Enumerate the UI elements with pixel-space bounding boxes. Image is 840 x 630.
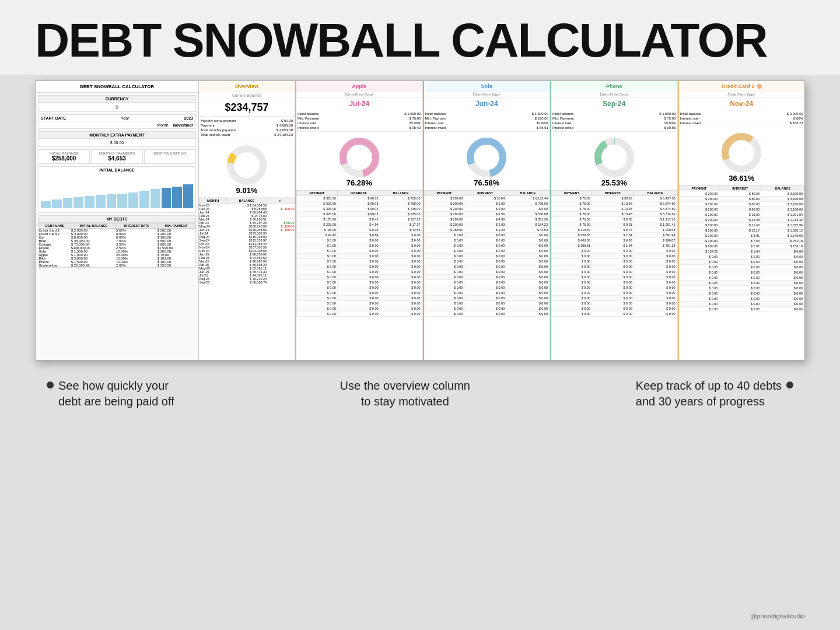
apple-donut: 76.28% [296,132,422,190]
table-row: $ 75.00$ 13.98$ 5,374.60 [552,212,677,217]
annotation-right: Keep track of up to 40 debtsand 30 years… [636,378,793,410]
bar-9 [128,192,138,208]
table-row: $ 0.00$ 0.00$ 0.00 [552,301,677,306]
extra-payment-section: MONTHLY EXTRA PAYMENT $ 50.00 [38,131,196,147]
debt-col-name: DEBT NAME [39,223,71,229]
table-row: $ 200.00$ 80.00$ 3,100.00 [679,207,804,212]
table-row: $ 0.00$ 0.00$ 0.00 [552,285,677,290]
sofa-title: Sofa [481,83,492,89]
annotation-middle: Use the overview columnto stay motivated [340,378,470,410]
apple-header: Apple [296,81,422,92]
table-row: $ 0.00$ 0.00$ 0.00 [552,312,677,317]
table-row: $ 198.51$ 1.64$ 751.18 [552,243,677,249]
sofa-donut-svg [463,134,510,181]
phone-column: Phone Debt Free Date Sep-24 Initial bala… [550,81,678,360]
sofa-th-payment: PAYMENT [424,191,464,196]
bar-13 [172,187,182,208]
table-row: $ -25.00$ 0.36$ 42.53 [297,228,422,233]
table-row: $ 0.00$ 0.00$ 0.00 [552,254,677,259]
overview-stat-row: Total monthly payment$ 4,653.00 [201,128,293,132]
table-row: $ 0.00$ 0.00$ 0.00 [297,254,422,259]
table-row: $ 75.00$ 13.98$ 5,374.60 [552,201,677,206]
table-row: $ 175.00$ 8.41$ 237.23 [297,217,422,222]
overview-table: MONTH BALANCE +/- Nov-23$ 1,04,504.55Dec… [199,198,295,284]
apple-date: Jul-24 [296,98,422,110]
annotation-left: See how quickly yourdebt are being paid … [47,378,174,410]
overview-stat-row: Total interest owed$ 24,104.23 [201,132,293,137]
phone-th-interest: INTEREST [592,191,634,196]
table-row: $ 0.00$ 0.00$ 0.00 [297,259,422,264]
cc2-header: Credit Card 2 [679,81,805,92]
table-row: $ 0.00$ 0.00$ 0.00 [552,264,677,270]
phone-table: PAYMENT INTEREST BALANCE $ 75.00$ 30.00$… [551,190,677,317]
extra-payment-label: MONTHLY EXTRA PAYMENT [38,132,195,139]
currency-section: CURRENCY $ [38,95,196,112]
table-row: $ 0.00$ 0.00$ 0.00 [552,296,677,301]
table-row: $ 200.00$ 9.90$ 9.00 [424,206,550,212]
monthly-payments-value: $4,653 [93,155,141,162]
start-date-section: START DATE Year 2023 Month November [38,114,196,129]
chart-bars-container [38,173,195,208]
table-row: $ 0.00$ 0.00$ 0.00 [424,270,550,275]
phone-donut: 25.53% [551,132,677,190]
annotations-area: See how quickly yourdebt are being paid … [0,360,840,410]
debt-col-balance: INITIAL BALANCE [71,223,116,229]
cc2-th-balance: BALANCE [761,186,804,191]
cc2-donut-pct: 36.61% [729,174,754,183]
table-row: $ 0.00$ 0.00$ 0.00 [297,285,422,290]
overview-donut-svg [223,142,270,188]
table-row: $ 157.22$ 1.04$ 0.00 [679,249,804,254]
table-row: $ 0.00$ 0.00$ 0.00 [679,265,804,270]
table-row: $ 0.00$ 0.00$ 0.00 [297,301,422,306]
table-row: $ 0.00$ 0.00$ 0.00 [424,259,550,264]
table-row: $ 325.00$ 99.03$ 735.00 [297,212,422,217]
table-row: $ 75.00$ 9.85$ 1,117.10 [552,217,677,222]
left-panel-title: DEBT SNOWBALL CALCULATOR [36,81,198,93]
overview-stats: Monthly extra payment$ 50.00Payment$ 4,6… [199,117,295,139]
year-value: 2023 [184,116,193,120]
table-row: $ 0.00$ 0.00$ 0.00 [679,307,804,312]
table-row: $ 0.00$ 0.00$ 0.00 [297,275,422,280]
cc2-indicator [757,84,762,89]
table-row: $ 0.00$ 0.00$ 0.00 [424,306,550,312]
cc2-date: Nov-24 [679,98,805,110]
table-row: $ 325.00$ 99.03$ 735.00 [297,196,422,201]
table-row: $ 0.00$ 0.00$ 0.00 [424,296,550,301]
debt-paid-box: DEBT PAID OFF ON [144,149,196,164]
apple-stats: Initial balance$ 1,000.00Min. Payment$ 7… [296,110,422,132]
table-row: $ 200.00$ 80.00$ 3,100.00 [679,202,804,207]
table-row: $ 200.00$ 11.43$ 1,525.95 [679,223,804,228]
table-row: $ 200.00$ 80.00$ 3,100.00 [679,197,804,202]
table-row: $ 0.00$ 0.00$ 0.00 [679,286,804,291]
page-background: DEBT SNOWBALL CALCULATOR DEBT SNOWBALL C… [0,0,840,630]
apple-th-interest: INTEREST [337,191,380,196]
sofa-date: Jun-24 [424,98,550,110]
table-row: $ 200.00$ 10.17$ 1,336.12 [679,228,804,233]
sofa-donut: 76.58% [424,132,550,190]
table-row: $ 43.42$ 0.89$ 0.00 [297,233,422,238]
table-row: $ 0.00$ 0.00$ 0.00 [424,290,550,296]
bar-5 [85,196,94,208]
phone-donut-pct: 25.53% [601,178,627,187]
annotation-left-line1: See how quickly yourdebt are being paid … [58,379,174,408]
debt-paid-label: DEBT PAID OFF ON [146,152,194,155]
phone-date: Sep-24 [551,98,677,110]
table-row: $ 0.00$ 0.00$ 0.00 [424,280,550,285]
table-row: $ 0.00$ 0.00$ 0.00 [424,243,550,249]
cc2-stats: Initial balance$ 3,000.00Interest rate8.… [679,110,805,127]
apple-table: PAYMENT INTEREST BALANCE $ 325.00$ 99.03… [296,190,422,317]
table-row: $ 200.00$ 80.00$ 3,100.00 [679,191,804,197]
phone-title: Phone [606,83,622,89]
table-row: $ 225.00$ 4.94$ 17.17 [297,222,422,228]
table-row: $ 0.00$ 0.00$ 0.00 [424,301,550,306]
table-row: $ 0.00$ 0.00$ 0.00 [297,238,422,243]
table-row: $ 0.00$ 0.00$ 0.00 [424,275,550,280]
bar-8 [117,194,127,208]
overview-col-balance: BALANCE [227,198,267,204]
overview-stat-row: Monthly extra payment$ 50.00 [201,118,293,123]
overview-stat-row: Payment$ 4,603.00 [201,123,293,128]
month-label: Month [157,123,168,127]
annotation-middle-line1: Use the overview columnto stay motivated [340,379,470,408]
bar-2 [52,200,62,208]
month-row: Month November [38,122,195,128]
